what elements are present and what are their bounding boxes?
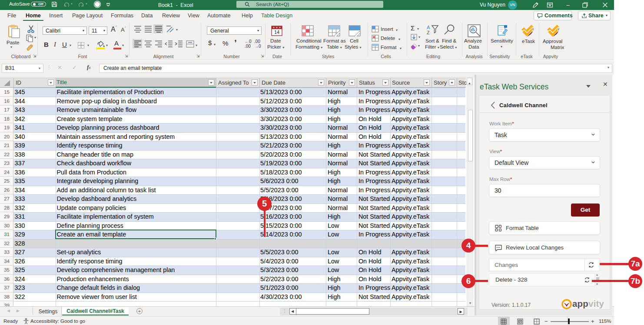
svg-text:Z: Z	[427, 30, 430, 35]
svg-text:A: A	[427, 25, 430, 30]
svg-text:14: 14	[274, 30, 279, 35]
